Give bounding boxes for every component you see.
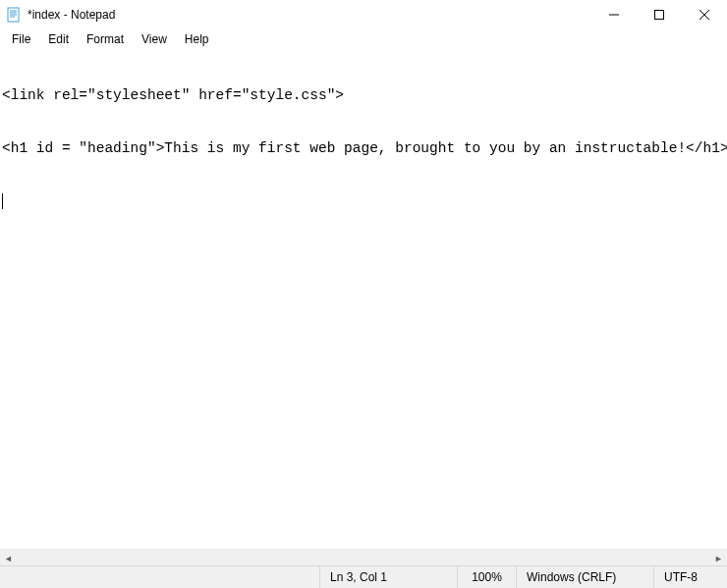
horizontal-scrollbar[interactable]: ◄ ► bbox=[0, 549, 727, 565]
minimize-button[interactable] bbox=[591, 0, 637, 29]
menubar: File Edit Format View Help bbox=[0, 29, 727, 49]
editor-line: <h1 id = "heading">This is my first web … bbox=[2, 139, 725, 157]
editor-line: <link rel="stylesheet" href="style.css"> bbox=[2, 86, 725, 104]
menu-help[interactable]: Help bbox=[177, 30, 217, 48]
status-zoom: 100% bbox=[457, 566, 516, 588]
maximize-button[interactable] bbox=[637, 0, 682, 29]
status-encoding: UTF-8 bbox=[653, 566, 727, 588]
close-button[interactable] bbox=[682, 0, 727, 29]
text-editor[interactable]: <link rel="stylesheet" href="style.css">… bbox=[0, 49, 727, 549]
scroll-left-arrow[interactable]: ◄ bbox=[0, 550, 17, 566]
menu-view[interactable]: View bbox=[134, 30, 175, 48]
text-caret bbox=[2, 193, 3, 209]
svg-rect-6 bbox=[655, 11, 664, 20]
editor-line bbox=[2, 192, 725, 210]
statusbar: Ln 3, Col 1 100% Windows (CRLF) UTF-8 bbox=[0, 565, 727, 588]
menu-edit[interactable]: Edit bbox=[40, 30, 77, 48]
scroll-right-arrow[interactable]: ► bbox=[710, 550, 727, 566]
titlebar: *index - Notepad bbox=[0, 0, 727, 29]
window-controls bbox=[591, 0, 727, 29]
status-empty bbox=[0, 566, 319, 588]
status-line-ending: Windows (CRLF) bbox=[516, 566, 653, 588]
window-title: *index - Notepad bbox=[28, 8, 115, 22]
status-cursor-position: Ln 3, Col 1 bbox=[319, 566, 457, 588]
notepad-icon bbox=[6, 7, 22, 23]
menu-file[interactable]: File bbox=[4, 30, 38, 48]
menu-format[interactable]: Format bbox=[79, 30, 132, 48]
